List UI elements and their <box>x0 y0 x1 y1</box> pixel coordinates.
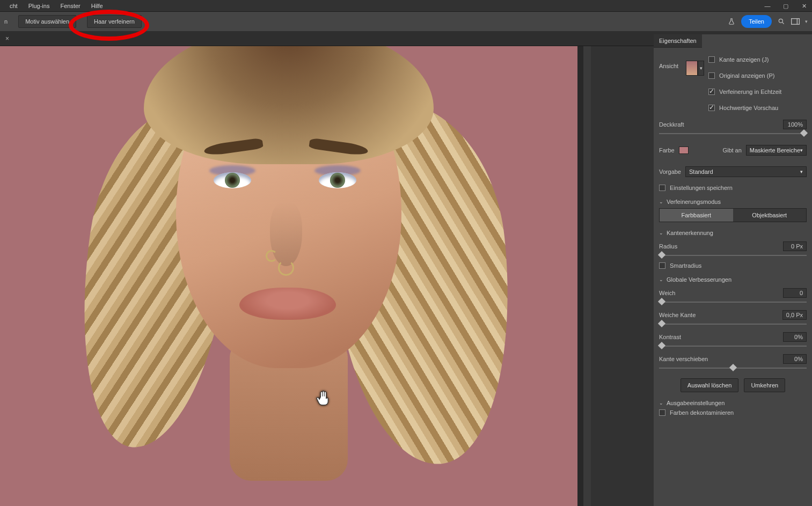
chevron-down-icon[interactable]: ▾ <box>805 19 808 24</box>
global-refinements-header[interactable]: ⌄Globale Verbesserungen <box>659 276 807 283</box>
color-based-button[interactable]: Farbbasiert <box>660 209 733 222</box>
smartradius-checkbox[interactable] <box>659 262 665 269</box>
show-edge-checkbox[interactable] <box>708 56 715 63</box>
close-icon[interactable]: ✕ <box>800 3 808 10</box>
canvas-image <box>0 46 577 506</box>
feather-value[interactable]: 0,0 Px <box>782 310 807 320</box>
radius-label: Radius <box>659 243 677 250</box>
menu-item-plugins[interactable]: Plug-ins <box>23 3 55 9</box>
save-settings-label: Einstellungen speichern <box>670 185 733 191</box>
feather-slider[interactable] <box>659 321 807 327</box>
opacity-slider[interactable] <box>659 131 807 136</box>
decontaminate-checkbox[interactable] <box>659 409 665 416</box>
radius-value[interactable]: 0 Px <box>783 241 807 251</box>
opacity-label: Deckkraft <box>659 121 684 128</box>
edge-detection-header[interactable]: ⌄Kantenerkennung <box>659 230 807 236</box>
indicates-label: Gibt an <box>722 147 741 153</box>
properties-panel: Eigenschaften Ansicht ▾ Kante anzeigen (… <box>654 34 812 506</box>
view-thumbnail[interactable] <box>686 61 698 76</box>
menu-item-fenster[interactable]: Fenster <box>55 3 85 9</box>
shift-edge-value[interactable]: 0% <box>783 354 807 364</box>
smooth-value[interactable]: 0 <box>783 288 807 298</box>
save-settings-checkbox[interactable] <box>659 185 665 191</box>
show-original-label: Original anzeigen (P) <box>719 72 774 79</box>
color-swatch[interactable] <box>679 146 689 154</box>
menu-bar: cht Plug-ins Fenster Hilfe — ▢ ✕ <box>0 0 812 12</box>
chevron-down-icon: ⌄ <box>659 277 663 282</box>
invert-button[interactable]: Umkehren <box>744 378 785 392</box>
chevron-down-icon: ▾ <box>800 148 803 153</box>
realtime-checkbox[interactable] <box>708 89 715 95</box>
workspace-icon[interactable] <box>791 17 800 26</box>
shift-edge-label: Kante verschieben <box>659 356 708 362</box>
canvas-area[interactable] <box>0 46 590 506</box>
chevron-down-icon: ⌄ <box>659 199 663 204</box>
svg-point-0 <box>779 19 782 23</box>
window-controls: — ▢ ✕ <box>764 0 808 12</box>
share-button[interactable]: Teilen <box>741 15 772 28</box>
show-edge-label: Kante anzeigen (J) <box>719 56 769 63</box>
contrast-label: Kontrast <box>659 334 681 340</box>
smooth-label: Weich <box>659 290 675 296</box>
smooth-slider[interactable] <box>659 299 807 305</box>
chevron-down-icon: ⌄ <box>659 400 663 406</box>
panel-title: Eigenschaften <box>654 34 702 48</box>
radius-slider[interactable] <box>659 253 807 258</box>
tab-close-icon[interactable]: × <box>2 35 12 42</box>
option-bar: n Motiv auswählen Haar verfeinern Teilen… <box>0 12 812 31</box>
select-subject-button[interactable]: Motiv auswählen <box>18 15 76 28</box>
vertical-scrollbar[interactable] <box>583 46 591 506</box>
refine-hair-button[interactable]: Haar verfeinern <box>87 15 142 28</box>
feather-label: Weiche Kante <box>659 312 696 318</box>
output-settings-header[interactable]: ⌄Ausgabeeinstellungen <box>659 400 807 406</box>
smartradius-label: Smartradius <box>670 262 701 269</box>
view-label: Ansicht <box>659 63 678 69</box>
indicates-select[interactable]: Maskierte Bereiche▾ <box>746 145 807 156</box>
decontaminate-label: Farben dekontaminieren <box>670 409 734 416</box>
flask-icon[interactable] <box>727 17 736 26</box>
minimize-icon[interactable]: — <box>764 3 771 9</box>
refine-mode-header[interactable]: ⌄Verfeinerungsmodus <box>659 199 807 205</box>
svg-rect-1 <box>792 19 800 25</box>
realtime-label: Verfeinerung in Echtzeit <box>719 89 781 95</box>
contrast-value[interactable]: 0% <box>783 332 807 342</box>
left-trim-label: n <box>4 18 8 25</box>
chevron-down-icon: ⌄ <box>659 230 663 236</box>
preset-label: Vorgabe <box>659 168 681 175</box>
maximize-icon[interactable]: ▢ <box>782 3 789 10</box>
clear-selection-button[interactable]: Auswahl löschen <box>681 378 739 392</box>
menu-item-hilfe[interactable]: Hilfe <box>86 3 108 9</box>
contrast-slider[interactable] <box>659 343 807 349</box>
view-dropdown-button[interactable]: ▾ <box>698 61 704 76</box>
show-original-checkbox[interactable] <box>708 72 715 79</box>
chevron-down-icon: ▾ <box>800 169 803 174</box>
chevron-down-icon: ▾ <box>700 65 703 71</box>
preset-select[interactable]: Standard▾ <box>685 166 807 177</box>
search-icon[interactable] <box>777 17 786 26</box>
refine-mode-segment: Farbbasiert Objektbasiert <box>659 208 807 222</box>
menu-item-cht[interactable]: cht <box>4 3 23 9</box>
color-label: Farbe <box>659 147 675 153</box>
shift-edge-slider[interactable] <box>659 365 807 371</box>
opacity-value[interactable]: 100% <box>783 120 807 129</box>
hq-preview-checkbox[interactable] <box>708 105 715 111</box>
object-based-button[interactable]: Objektbasiert <box>733 209 807 222</box>
hq-preview-label: Hochwertige Vorschau <box>719 105 778 111</box>
